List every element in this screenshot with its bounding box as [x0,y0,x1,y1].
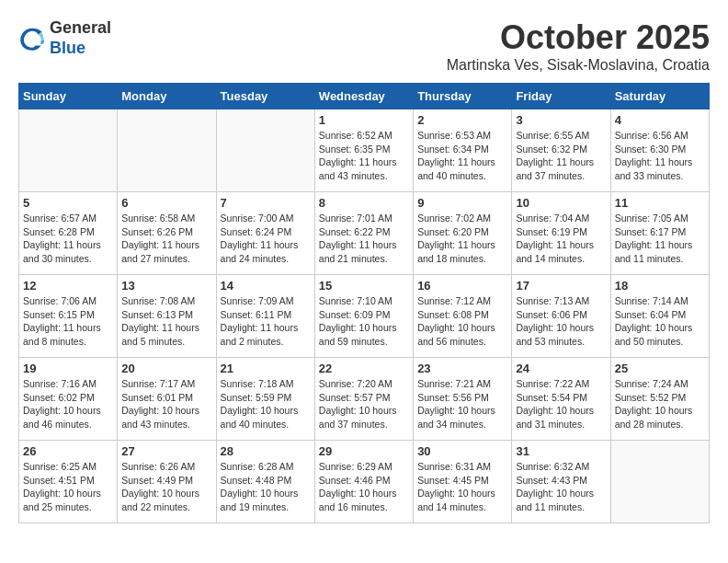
calendar-cell: 11Sunrise: 7:05 AM Sunset: 6:17 PM Dayli… [610,192,709,275]
day-info: Sunrise: 7:21 AM Sunset: 5:56 PM Dayligh… [417,377,507,431]
day-info: Sunrise: 6:52 AM Sunset: 6:35 PM Dayligh… [319,129,409,183]
day-number: 10 [516,196,606,210]
calendar-cell [216,109,314,192]
calendar-cell [118,109,216,192]
day-number: 30 [417,444,507,458]
day-number: 19 [23,362,113,375]
day-number: 14 [221,279,311,293]
calendar-cell: 7Sunrise: 7:00 AM Sunset: 6:24 PM Daylig… [216,192,314,275]
calendar-cell: 18Sunrise: 7:14 AM Sunset: 6:04 PM Dayli… [610,275,709,358]
day-info: Sunrise: 7:18 AM Sunset: 5:59 PM Dayligh… [221,377,311,431]
weekday-header-friday: Friday [512,84,610,109]
calendar-cell: 1Sunrise: 6:52 AM Sunset: 6:35 PM Daylig… [314,109,413,192]
weekday-header-saturday: Saturday [610,84,709,109]
day-info: Sunrise: 7:08 AM Sunset: 6:13 PM Dayligh… [121,294,211,349]
day-info: Sunrise: 7:12 AM Sunset: 6:08 PM Dayligh… [417,294,507,349]
week-row-5: 26Sunrise: 6:25 AM Sunset: 4:51 PM Dayli… [19,441,710,523]
day-info: Sunrise: 7:24 AM Sunset: 5:52 PM Dayligh… [615,377,705,431]
day-number: 16 [417,279,507,293]
calendar-table: SundayMondayTuesdayWednesdayThursdayFrid… [18,83,710,523]
day-number: 20 [121,362,211,375]
day-info: Sunrise: 6:32 AM Sunset: 4:43 PM Dayligh… [516,460,606,514]
day-info: Sunrise: 6:56 AM Sunset: 6:30 PM Dayligh… [615,129,705,183]
day-number: 8 [319,196,409,210]
day-number: 1 [319,113,409,127]
weekday-header-row: SundayMondayTuesdayWednesdayThursdayFrid… [19,84,710,109]
logo-blue: Blue [50,39,111,59]
day-number: 2 [417,113,507,127]
calendar-cell: 28Sunrise: 6:28 AM Sunset: 4:48 PM Dayli… [216,441,314,523]
day-info: Sunrise: 6:28 AM Sunset: 4:48 PM Dayligh… [221,460,311,514]
day-number: 15 [319,279,409,293]
day-number: 12 [23,279,113,293]
logo-general: General [50,18,111,39]
day-info: Sunrise: 7:10 AM Sunset: 6:09 PM Dayligh… [319,294,409,349]
day-info: Sunrise: 6:31 AM Sunset: 4:45 PM Dayligh… [417,460,507,514]
day-number: 6 [121,196,211,210]
calendar-cell: 10Sunrise: 7:04 AM Sunset: 6:19 PM Dayli… [512,192,610,275]
calendar-cell: 4Sunrise: 6:56 AM Sunset: 6:30 PM Daylig… [610,109,709,192]
week-row-3: 12Sunrise: 7:06 AM Sunset: 6:15 PM Dayli… [19,275,710,358]
calendar-cell: 29Sunrise: 6:29 AM Sunset: 4:46 PM Dayli… [314,441,413,523]
day-number: 5 [23,196,113,210]
calendar-cell: 6Sunrise: 6:58 AM Sunset: 6:26 PM Daylig… [118,192,216,275]
day-number: 7 [221,196,311,210]
day-number: 21 [221,362,311,375]
month-title: October 2025 [447,18,710,57]
calendar-cell: 30Sunrise: 6:31 AM Sunset: 4:45 PM Dayli… [414,441,512,523]
calendar-cell: 17Sunrise: 7:13 AM Sunset: 6:06 PM Dayli… [512,275,610,358]
calendar-cell: 24Sunrise: 7:22 AM Sunset: 5:54 PM Dayli… [512,358,610,441]
weekday-header-thursday: Thursday [414,84,512,109]
calendar-cell: 3Sunrise: 6:55 AM Sunset: 6:32 PM Daylig… [512,109,610,192]
day-number: 24 [516,362,606,375]
calendar-cell: 21Sunrise: 7:18 AM Sunset: 5:59 PM Dayli… [216,358,314,441]
day-info: Sunrise: 7:05 AM Sunset: 6:17 PM Dayligh… [615,212,705,266]
calendar-cell: 14Sunrise: 7:09 AM Sunset: 6:11 PM Dayli… [216,275,314,358]
calendar-cell: 5Sunrise: 6:57 AM Sunset: 6:28 PM Daylig… [19,192,118,275]
calendar-cell: 12Sunrise: 7:06 AM Sunset: 6:15 PM Dayli… [19,275,118,358]
week-row-4: 19Sunrise: 7:16 AM Sunset: 6:02 PM Dayli… [19,358,710,441]
day-number: 29 [319,444,409,458]
header: General Blue October 2025 Martinska Ves,… [18,18,710,74]
calendar-cell: 27Sunrise: 6:26 AM Sunset: 4:49 PM Dayli… [118,441,216,523]
weekday-header-sunday: Sunday [19,84,118,109]
day-number: 26 [23,444,113,458]
day-info: Sunrise: 7:16 AM Sunset: 6:02 PM Dayligh… [23,377,113,431]
day-number: 27 [121,444,211,458]
week-row-2: 5Sunrise: 6:57 AM Sunset: 6:28 PM Daylig… [19,192,710,275]
calendar-cell: 25Sunrise: 7:24 AM Sunset: 5:52 PM Dayli… [610,358,709,441]
day-number: 3 [516,113,606,127]
day-info: Sunrise: 7:22 AM Sunset: 5:54 PM Dayligh… [516,377,606,431]
day-info: Sunrise: 7:20 AM Sunset: 5:57 PM Dayligh… [319,377,409,431]
day-info: Sunrise: 6:26 AM Sunset: 4:49 PM Dayligh… [121,460,211,514]
weekday-header-monday: Monday [118,84,216,109]
calendar-cell [610,441,709,523]
week-row-1: 1Sunrise: 6:52 AM Sunset: 6:35 PM Daylig… [19,109,710,192]
day-info: Sunrise: 6:53 AM Sunset: 6:34 PM Dayligh… [417,129,507,183]
day-number: 18 [615,279,705,293]
calendar-cell: 20Sunrise: 7:17 AM Sunset: 6:01 PM Dayli… [118,358,216,441]
weekday-header-wednesday: Wednesday [314,84,413,109]
day-info: Sunrise: 7:09 AM Sunset: 6:11 PM Dayligh… [221,294,311,349]
calendar-cell: 19Sunrise: 7:16 AM Sunset: 6:02 PM Dayli… [19,358,118,441]
day-info: Sunrise: 7:06 AM Sunset: 6:15 PM Dayligh… [23,294,113,349]
calendar-cell: 13Sunrise: 7:08 AM Sunset: 6:13 PM Dayli… [118,275,216,358]
calendar-cell: 9Sunrise: 7:02 AM Sunset: 6:20 PM Daylig… [414,192,512,275]
day-number: 4 [615,113,705,127]
calendar-cell [19,109,118,192]
calendar-cell: 22Sunrise: 7:20 AM Sunset: 5:57 PM Dayli… [314,358,413,441]
day-number: 13 [121,279,211,293]
day-info: Sunrise: 7:00 AM Sunset: 6:24 PM Dayligh… [221,212,311,266]
day-info: Sunrise: 6:57 AM Sunset: 6:28 PM Dayligh… [23,212,113,266]
day-number: 9 [417,196,507,210]
calendar-cell: 16Sunrise: 7:12 AM Sunset: 6:08 PM Dayli… [414,275,512,358]
weekday-header-tuesday: Tuesday [216,84,314,109]
day-info: Sunrise: 7:14 AM Sunset: 6:04 PM Dayligh… [615,294,705,349]
day-info: Sunrise: 7:17 AM Sunset: 6:01 PM Dayligh… [121,377,211,431]
day-number: 31 [516,444,606,458]
day-number: 17 [516,279,606,293]
day-info: Sunrise: 7:13 AM Sunset: 6:06 PM Dayligh… [516,294,606,349]
day-number: 25 [615,362,705,375]
calendar-cell: 8Sunrise: 7:01 AM Sunset: 6:22 PM Daylig… [314,192,413,275]
day-number: 23 [417,362,507,375]
